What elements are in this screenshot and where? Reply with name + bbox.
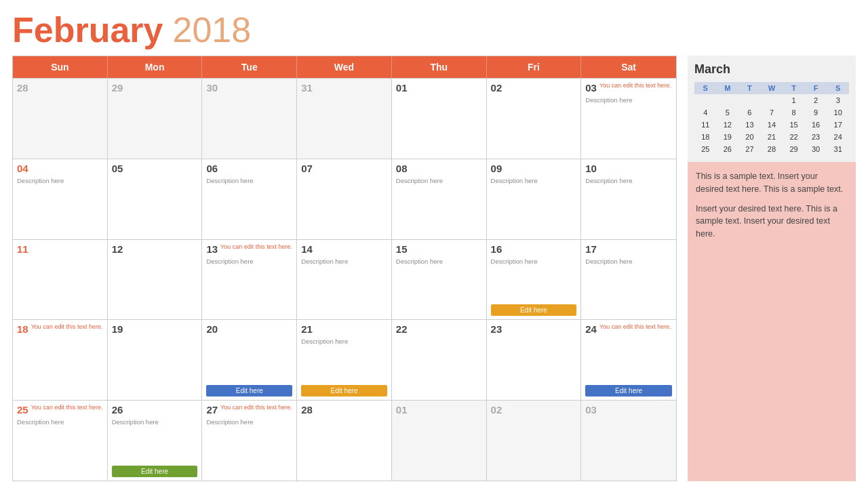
- cal-row-4: 25You can edit this text here.Descriptio…: [13, 400, 676, 481]
- day-top: 10: [585, 163, 672, 176]
- day-top: 21: [301, 323, 387, 336]
- cal-cell: 01: [392, 79, 487, 159]
- cal-header-thu: Thu: [392, 56, 487, 78]
- day-number: 22: [396, 323, 408, 335]
- mini-cal-cell: 1: [783, 94, 805, 106]
- mini-cal-cell: [717, 94, 739, 106]
- cal-cell: 16Description hereEdit here: [487, 240, 582, 320]
- mini-cal-cell: 29: [783, 143, 805, 155]
- day-description: Description here: [491, 177, 577, 184]
- mini-cal-cell: 28: [761, 143, 783, 155]
- day-top: 24You can edit this text here.: [585, 323, 672, 336]
- day-number: 03: [585, 404, 597, 415]
- day-description: Description here: [17, 177, 103, 184]
- mini-cal-cell: 13: [738, 119, 761, 131]
- cal-cell: 23: [487, 320, 582, 400]
- day-top: 29: [112, 82, 198, 95]
- cal-cell: 05: [108, 159, 203, 239]
- mini-cal-title: March: [694, 62, 849, 77]
- cal-cell: 30: [202, 79, 297, 159]
- cal-cell: 06Description here: [202, 159, 297, 239]
- cal-cell: 18You can edit this text here.: [13, 320, 108, 400]
- cal-cell: 27You can edit this text here.Descriptio…: [202, 401, 297, 481]
- mini-cal-cell: 4: [694, 106, 717, 119]
- mini-cal-cell: 24: [827, 131, 849, 143]
- cal-cell: 29: [108, 79, 203, 159]
- cal-cell: 01: [392, 401, 487, 481]
- mini-cal-cell: 8: [783, 106, 805, 119]
- day-number: 02: [491, 82, 502, 94]
- cal-cell: 26Description hereEdit here: [108, 401, 203, 481]
- day-description: Description here: [396, 177, 482, 184]
- day-description: Description here: [112, 418, 198, 426]
- mini-cal-cell: [738, 94, 761, 106]
- day-number: 29: [112, 82, 123, 94]
- mini-cal-row: 18192021222324: [694, 131, 849, 143]
- cal-cell: 28: [297, 401, 392, 481]
- day-top: 15: [396, 243, 482, 256]
- edit-button[interactable]: Edit here: [301, 385, 387, 396]
- day-number: 24: [585, 323, 597, 335]
- cal-cell: 02: [487, 401, 582, 481]
- day-top: 28: [301, 404, 387, 417]
- day-description: Description here: [206, 177, 292, 184]
- day-note: You can edit this text here.: [599, 323, 671, 331]
- sidebar-text-2: Insert your desired text here. This is a…: [696, 203, 848, 241]
- cal-cell: 08Description here: [392, 159, 487, 239]
- day-number: 21: [301, 323, 313, 335]
- day-number: 23: [491, 323, 502, 335]
- cal-cell: 17Description here: [581, 240, 676, 320]
- day-number: 04: [17, 163, 28, 174]
- cal-header-sat: Sat: [581, 56, 676, 78]
- cal-cell: 24You can edit this text here.Edit here: [581, 320, 676, 400]
- cal-cell: 25You can edit this text here.Descriptio…: [13, 401, 108, 481]
- year-title: 2018: [173, 12, 252, 47]
- mini-cal-cell: 17: [827, 119, 849, 131]
- cal-cell: 03You can edit this text here.Descriptio…: [581, 79, 676, 159]
- day-top: 01: [396, 82, 482, 95]
- day-number: 01: [396, 82, 408, 94]
- day-note: You can edit this text here.: [31, 404, 103, 411]
- day-description: Description here: [301, 338, 387, 345]
- edit-button[interactable]: Edit here: [112, 466, 198, 477]
- mini-cal-cell: 27: [738, 143, 761, 155]
- edit-button[interactable]: Edit here: [585, 385, 672, 396]
- day-top: 30: [206, 82, 292, 95]
- day-number: 30: [206, 82, 218, 94]
- mini-cal-row: 25262728293031: [694, 143, 849, 155]
- day-number: 28: [17, 82, 28, 94]
- cal-row-3: 18You can edit this text here.1920Edit h…: [13, 319, 676, 400]
- day-number: 19: [112, 323, 123, 335]
- day-description: Description here: [206, 418, 292, 426]
- mini-cal-cell: 18: [694, 131, 717, 143]
- mini-cal-header: F: [805, 82, 827, 94]
- day-top: 02: [491, 404, 577, 417]
- mini-cal-header: T: [783, 82, 805, 94]
- day-number: 16: [491, 243, 502, 255]
- edit-button[interactable]: Edit here: [206, 385, 292, 396]
- cal-cell: 15Description here: [392, 240, 487, 320]
- day-number: 18: [17, 323, 28, 335]
- mini-cal-cell: 22: [783, 131, 805, 143]
- cal-cell: 04Description here: [13, 159, 108, 239]
- mini-cal-cell: 2: [805, 94, 827, 106]
- mini-cal-cell: 31: [827, 143, 849, 155]
- cal-header-wed: Wed: [297, 56, 392, 78]
- mini-cal-cell: 11: [694, 119, 717, 131]
- mini-cal-cell: 10: [827, 106, 849, 119]
- mini-cal-header: W: [761, 82, 783, 94]
- day-number: 05: [112, 163, 123, 174]
- day-number: 25: [17, 404, 28, 415]
- cal-cell: 21Description hereEdit here: [297, 320, 392, 400]
- day-number: 08: [396, 163, 408, 174]
- mini-cal-cell: [694, 94, 717, 106]
- day-top: 02: [491, 82, 577, 95]
- day-number: 06: [206, 163, 218, 174]
- cal-cell: 12: [108, 240, 203, 320]
- edit-button[interactable]: Edit here: [491, 304, 577, 316]
- mini-cal-cell: 19: [717, 131, 739, 143]
- day-number: 13: [206, 243, 218, 255]
- cal-cell: 02: [487, 79, 582, 159]
- cal-row-1: 04Description here0506Description here07…: [13, 159, 676, 239]
- day-description: Description here: [301, 258, 387, 265]
